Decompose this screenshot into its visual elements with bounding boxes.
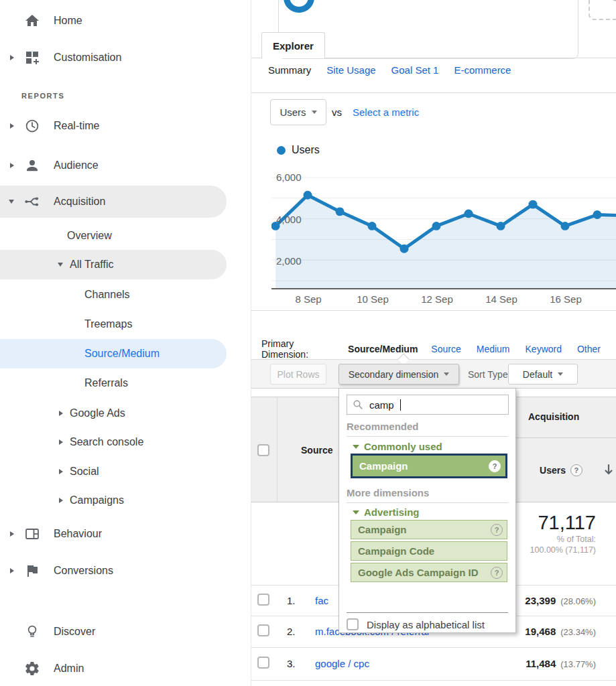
alphabetical-list-label: Display as alphabetical list — [367, 619, 485, 630]
tab-goal-set-1[interactable]: Goal Set 1 — [391, 64, 439, 76]
expand-arrow-icon[interactable] — [10, 568, 14, 573]
line-chart-canvas — [271, 167, 616, 288]
users-header-label: Users — [540, 465, 566, 476]
dimension-source-medium[interactable]: Source/Medium — [348, 344, 418, 354]
help-icon[interactable]: ? — [489, 460, 501, 472]
sort-type-dropdown[interactable]: Default — [508, 364, 578, 385]
help-icon[interactable]: ? — [570, 464, 582, 476]
sidebar-item-channels[interactable]: Channels — [0, 279, 251, 311]
dimension-link-source[interactable]: Source — [431, 344, 460, 354]
expand-arrow-icon[interactable] — [59, 469, 63, 474]
sidebar-item-label: Acquisition — [54, 196, 105, 208]
sidebar-item-all-traffic[interactable]: All Traffic — [0, 249, 251, 281]
source-column-header[interactable]: Source — [301, 445, 332, 456]
y-axis-tick-label: 2,000 — [276, 255, 307, 267]
sort-type-value: Default — [523, 369, 552, 380]
alphabetical-list-row: Display as alphabetical list — [347, 618, 485, 630]
sidebar-item-conversions[interactable]: Conversions — [0, 555, 251, 587]
users-line-chart — [271, 167, 616, 289]
sidebar-item-label: Referrals — [84, 377, 128, 389]
metric-dropdown-label: Users — [280, 107, 306, 118]
chevron-down-icon — [353, 445, 359, 449]
users-column-header[interactable]: Users ? — [506, 464, 616, 476]
sidebar-item-campaigns[interactable]: Campaigns — [0, 484, 251, 517]
data-point — [400, 245, 409, 253]
secondary-dimension-button[interactable]: Secondary dimension — [338, 364, 459, 385]
source-medium-link[interactable]: google / cpc — [315, 658, 369, 669]
help-icon[interactable]: ? — [491, 567, 503, 579]
sidebar-item-label: Source/Medium — [84, 348, 160, 360]
help-icon[interactable]: ? — [491, 524, 503, 536]
sort-descending-arrow-icon[interactable] — [603, 463, 615, 478]
dimension-option-campaign-selected[interactable]: Campaign ? — [351, 454, 507, 478]
sidebar-item-source-medium[interactable]: Source/Medium — [0, 338, 251, 370]
dimension-option-campaign-code[interactable]: Campaign Code — [351, 541, 507, 561]
sidebar-item-real-time[interactable]: Real-time — [0, 110, 251, 142]
sidebar-item-social[interactable]: Social — [0, 456, 251, 488]
sidebar-section-reports: REPORTS — [21, 92, 64, 100]
y-axis-tick-label: 6,000 — [276, 172, 307, 183]
expand-arrow-icon[interactable] — [10, 531, 14, 537]
expand-arrow-icon[interactable] — [10, 163, 14, 168]
sidebar-item-customisation[interactable]: Customisation — [0, 42, 251, 74]
flag-icon — [24, 563, 40, 579]
sidebar-item-label: Conversions — [54, 565, 113, 577]
row-checkbox[interactable] — [257, 594, 269, 606]
data-point — [368, 222, 377, 230]
expand-arrow-icon[interactable] — [10, 123, 14, 129]
dimension-search-input[interactable]: camp — [347, 395, 509, 415]
expand-arrow-icon[interactable] — [10, 55, 14, 60]
expand-arrow-icon[interactable] — [59, 498, 63, 503]
row-checkbox[interactable] — [257, 624, 269, 636]
expand-arrow-icon[interactable] — [59, 411, 63, 416]
person-icon — [24, 157, 40, 174]
collapse-arrow-icon[interactable] — [9, 200, 14, 204]
report-main-area: Explorer Summary Site Usage Goal Set 1 E… — [251, 0, 616, 686]
sidebar-item-home[interactable]: Home — [0, 5, 251, 37]
source-medium-link[interactable]: fac — [315, 595, 328, 606]
tab-explorer[interactable]: Explorer — [261, 32, 325, 58]
commonly-used-group[interactable]: Commonly used — [353, 441, 442, 452]
tab-summary[interactable]: Summary — [268, 64, 311, 76]
search-icon — [353, 399, 363, 410]
chevron-down-icon — [558, 372, 563, 376]
dimension-option-campaign[interactable]: Campaign? — [351, 520, 507, 539]
sidebar-item-search-console[interactable]: Search console — [0, 426, 251, 458]
metric-dropdown-button[interactable]: Users — [270, 99, 326, 125]
collapse-arrow-icon[interactable] — [58, 263, 63, 267]
dimension-link-other[interactable]: Other — [577, 344, 601, 354]
acquisition-group-header: Acquisition — [528, 411, 579, 422]
select-a-metric-link[interactable]: Select a metric — [353, 107, 419, 118]
commonly-used-label: Commonly used — [364, 441, 442, 452]
sidebar-item-label: Social — [70, 466, 99, 478]
search-query-text: camp — [369, 399, 394, 411]
chevron-down-icon — [312, 111, 317, 114]
tab-e-commerce[interactable]: E-commerce — [454, 64, 511, 76]
alphabetical-list-checkbox[interactable] — [347, 618, 359, 630]
sidebar-item-overview[interactable]: Overview — [0, 220, 251, 252]
sidebar-item-behaviour[interactable]: Behaviour — [0, 518, 251, 550]
sidebar-item-admin[interactable]: Admin — [0, 653, 251, 685]
gauge-arc-icon — [284, 0, 314, 13]
select-all-checkbox[interactable] — [257, 444, 269, 456]
dimension-link-medium[interactable]: Medium — [477, 344, 510, 354]
sidebar-navigation: HomeCustomisationREPORTSReal-timeAudienc… — [0, 0, 251, 686]
dimension-link-keyword[interactable]: Keyword — [526, 344, 562, 354]
tab-site-usage[interactable]: Site Usage — [326, 64, 375, 76]
sidebar-item-google-ads[interactable]: Google Ads — [0, 397, 251, 429]
expand-arrow-icon[interactable] — [59, 439, 63, 445]
row-checkbox[interactable] — [257, 657, 269, 669]
users-value: 23,399 — [525, 595, 556, 606]
sidebar-item-discover[interactable]: Discover — [0, 616, 251, 648]
advertising-group[interactable]: Advertising — [353, 506, 420, 518]
dimension-option-google-ads-campaign-id[interactable]: Google Ads Campaign ID? — [351, 563, 507, 582]
data-point — [465, 210, 473, 218]
sidebar-item-treemaps[interactable]: Treemaps — [0, 308, 251, 340]
sidebar-item-referrals[interactable]: Referrals — [0, 367, 251, 399]
sidebar-item-audience[interactable]: Audience — [0, 149, 251, 182]
data-point — [497, 222, 505, 230]
users-value: 19,468 — [525, 626, 556, 637]
plot-rows-button[interactable]: Plot Rows — [270, 364, 326, 385]
sidebar-item-label: Channels — [84, 289, 130, 301]
sidebar-item-acquisition[interactable]: Acquisition — [0, 186, 251, 218]
